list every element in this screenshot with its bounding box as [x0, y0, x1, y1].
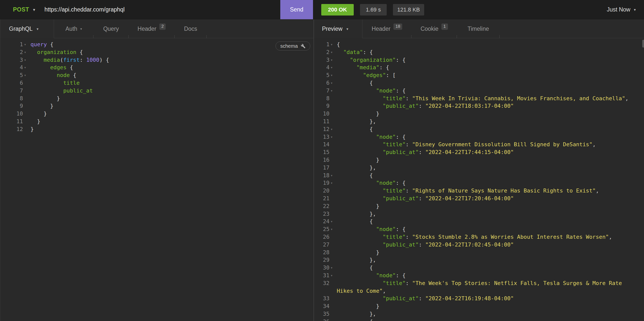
code-line: 22 } [314, 202, 644, 210]
code-line: 7 public_at [0, 87, 314, 95]
code-text[interactable]: title [30, 79, 80, 87]
code-text: "node": { [337, 225, 406, 233]
body-type-label: GraphQL [9, 26, 33, 32]
fold-caret-icon[interactable]: ▾ [330, 56, 337, 64]
code-line: 33 "public_at": "2022-04-22T16:19:48-04:… [314, 295, 644, 302]
fold-caret-icon[interactable]: ▾ [23, 56, 30, 64]
tab-timeline[interactable]: Timeline [457, 20, 500, 38]
fold-spacer [330, 302, 337, 310]
code-text[interactable]: node { [30, 72, 76, 79]
fold-spacer [330, 156, 337, 164]
code-line: 3▾ "organization": { [314, 56, 644, 64]
response-history-dropdown[interactable]: Just Now ▾ [607, 0, 636, 19]
fold-caret-icon[interactable]: ▾ [330, 225, 337, 233]
tab-cookie[interactable]: Cookie 1 [412, 20, 457, 38]
fold-caret-icon[interactable]: ▾ [330, 264, 337, 272]
code-text[interactable]: } [30, 118, 40, 126]
fold-caret-icon[interactable]: ▾ [330, 87, 337, 95]
line-number: 21 [314, 195, 330, 202]
code-line: 5▾ node { [0, 72, 314, 79]
line-number: 13 [314, 133, 330, 141]
fold-spacer [330, 195, 337, 202]
code-line: 8 } [0, 95, 314, 103]
fold-caret-icon[interactable]: ▾ [330, 41, 337, 49]
code-line: 12▾ { [314, 126, 644, 133]
fold-caret-icon[interactable]: ▾ [330, 133, 337, 141]
line-number: 5 [314, 72, 330, 79]
fold-caret-icon[interactable]: ▾ [330, 79, 337, 87]
code-text: { [337, 126, 373, 133]
line-number: 29 [314, 256, 330, 264]
fold-caret-icon[interactable]: ▾ [23, 64, 30, 72]
code-text[interactable]: edges { [30, 64, 73, 72]
fold-caret-icon[interactable]: ▾ [330, 218, 337, 225]
code-text: }, [337, 310, 376, 318]
fold-caret-icon[interactable]: ▾ [330, 49, 337, 56]
code-line: 11 }, [314, 118, 644, 126]
code-text: { [337, 264, 373, 272]
code-text: } [337, 202, 380, 210]
code-text[interactable]: media(first: 1000) { [30, 56, 109, 64]
scrollbar-thumb[interactable] [642, 40, 644, 48]
history-label: Just Now [607, 6, 630, 13]
code-line: 2▾ "data": { [314, 49, 644, 56]
method-dropdown[interactable]: POST ▾ [13, 0, 35, 19]
fold-caret-icon[interactable]: ▾ [330, 272, 337, 279]
chevron-down-icon: ▾ [634, 8, 636, 12]
code-text[interactable]: } [30, 126, 34, 133]
response-tab-bar: Preview ▾ Header 18 Cookie 1 Timeline [314, 20, 644, 38]
tab-auth[interactable]: Auth ▾ [54, 20, 94, 38]
code-line: 20 "title": "Rights of Nature Says Natur… [314, 187, 644, 195]
line-number: 34 [314, 302, 330, 310]
code-line: 24▾ { [314, 218, 644, 225]
code-line: 36▾ { [314, 318, 644, 321]
fold-caret-icon[interactable]: ▾ [23, 49, 30, 56]
code-text: } [337, 110, 380, 118]
response-panel: Preview ▾ Header 18 Cookie 1 Timeline 1▾… [314, 20, 644, 321]
code-text[interactable]: } [30, 110, 47, 118]
chevron-down-icon: ▾ [37, 27, 39, 31]
fold-caret-icon[interactable]: ▾ [23, 41, 30, 49]
graphql-query-editor[interactable]: schema 1▾query {2▾ organization {3▾ medi… [0, 38, 314, 321]
code-line: 6 title [0, 79, 314, 87]
tab-query[interactable]: Query [94, 20, 129, 38]
send-button[interactable]: Send [280, 0, 313, 19]
code-line: 9 } [0, 102, 314, 110]
line-number: 11 [314, 118, 330, 126]
code-text: { [337, 79, 373, 87]
preview-mode-dropdown[interactable]: Preview ▾ [314, 20, 362, 38]
tab-docs[interactable]: Docs [174, 20, 206, 38]
fold-spacer [23, 118, 30, 126]
code-text[interactable]: organization { [30, 49, 83, 56]
url-input[interactable]: https://api.cheddar.com/graphql [44, 0, 125, 19]
request-tab-bar: GraphQL ▾ Auth ▾ Query Header 2 Docs [0, 20, 314, 38]
fold-caret-icon[interactable]: ▾ [330, 72, 337, 79]
fold-caret-icon[interactable]: ▾ [330, 172, 337, 179]
line-number: 2 [314, 49, 330, 56]
line-number: 7 [314, 87, 330, 95]
code-text[interactable]: query { [30, 41, 54, 49]
fold-caret-icon[interactable]: ▾ [330, 64, 337, 72]
schema-button[interactable]: schema [276, 42, 310, 51]
code-text[interactable]: } [30, 102, 54, 110]
code-text[interactable]: } [30, 95, 60, 103]
code-text[interactable]: public_at [30, 87, 93, 95]
line-number: 11 [0, 118, 23, 126]
code-text: "organization": { [337, 56, 406, 64]
fold-caret-icon[interactable]: ▾ [330, 179, 337, 187]
tab-header[interactable]: Header 2 [129, 20, 174, 38]
request-tabs: Auth ▾ Query Header 2 Docs [54, 20, 314, 38]
fold-spacer [330, 102, 337, 110]
fold-spacer [330, 210, 337, 218]
fold-caret-icon[interactable]: ▾ [23, 72, 30, 79]
tab-response-header[interactable]: Header 18 [362, 20, 412, 38]
fold-caret-icon[interactable]: ▾ [330, 318, 337, 321]
code-text: Hikes to Come", [337, 287, 386, 295]
code-text: "node": { [337, 179, 406, 187]
code-line: 12} [0, 126, 314, 133]
chevron-down-icon: ▾ [346, 27, 348, 31]
fold-caret-icon[interactable]: ▾ [330, 126, 337, 133]
sidebar-edge-divider[interactable] [0, 20, 1, 321]
code-line: 6▾ { [314, 79, 644, 87]
body-type-dropdown[interactable]: GraphQL ▾ [0, 20, 54, 38]
